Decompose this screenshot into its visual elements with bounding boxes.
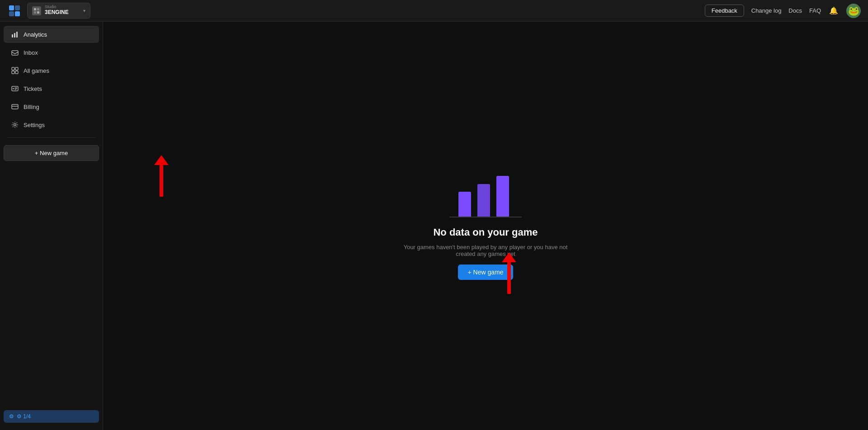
arrow-up-sidebar — [154, 155, 169, 165]
svg-rect-0 — [9, 5, 14, 10]
analytics-icon — [11, 30, 19, 38]
sidebar: Analytics Inbox All games — [0, 22, 103, 430]
svg-rect-6 — [34, 11, 36, 14]
svg-rect-5 — [37, 8, 39, 10]
sidebar-item-analytics[interactable]: Analytics — [4, 26, 99, 43]
bottom-badge-label: ⚙ 1/4 — [17, 413, 31, 420]
changelog-link[interactable]: Change log — [751, 7, 782, 14]
svg-rect-4 — [34, 8, 36, 10]
inbox-label: Inbox — [24, 49, 38, 56]
tickets-icon — [11, 85, 19, 93]
main-content: No data on your game Your games haven't … — [103, 22, 868, 430]
chart-bar-3 — [496, 176, 509, 217]
svg-rect-2 — [9, 11, 14, 16]
svg-rect-8 — [12, 34, 13, 38]
inbox-icon — [11, 48, 19, 57]
studio-selector[interactable]: Studio 3ENGINE ▾ — [27, 3, 90, 19]
svg-rect-21 — [12, 104, 18, 109]
header-left: Studio 3ENGINE ▾ — [7, 3, 90, 19]
analytics-label: Analytics — [24, 31, 47, 38]
svg-rect-1 — [15, 5, 20, 10]
bottom-badge[interactable]: ⚙ ⚙ 1/4 — [4, 410, 99, 423]
sidebar-item-settings[interactable]: Settings — [4, 116, 99, 133]
bottom-badge-icon: ⚙ — [9, 413, 14, 420]
avatar-emoji: 🐸 — [848, 6, 859, 15]
sidebar-item-inbox[interactable]: Inbox — [4, 44, 99, 61]
sidebar-item-tickets[interactable]: Tickets — [4, 80, 99, 97]
empty-state-subtitle: Your games haven't been played by any pl… — [395, 244, 576, 257]
faq-link[interactable]: FAQ — [809, 7, 821, 14]
studio-name: 3ENGINE — [45, 9, 80, 16]
svg-point-23 — [14, 124, 16, 126]
svg-rect-12 — [12, 67, 14, 70]
all-games-label: All games — [24, 67, 49, 74]
empty-state: No data on your game Your games haven't … — [395, 172, 576, 280]
chevron-down-icon: ▾ — [83, 8, 85, 13]
svg-rect-10 — [16, 32, 18, 38]
new-game-sidebar-button[interactable]: + New game — [4, 145, 99, 161]
billing-label: Billing — [24, 104, 39, 110]
svg-rect-15 — [15, 71, 18, 74]
billing-icon — [11, 103, 19, 111]
chart-illustration — [449, 172, 522, 217]
studio-info: Studio 3ENGINE — [45, 5, 80, 16]
new-game-center-button[interactable]: + New game — [458, 265, 514, 280]
svg-rect-7 — [37, 11, 39, 14]
svg-rect-14 — [12, 71, 14, 74]
sidebar-divider — [7, 137, 95, 138]
docs-link[interactable]: Docs — [788, 7, 802, 14]
empty-state-title: No data on your game — [433, 227, 538, 238]
games-icon — [11, 66, 19, 75]
avatar[interactable]: 🐸 — [846, 4, 861, 18]
svg-rect-3 — [15, 11, 20, 16]
sidebar-bottom: ⚙ ⚙ 1/4 — [0, 406, 103, 426]
header-right: Feedback Change log Docs FAQ 🔔 🐸 — [705, 4, 861, 18]
sidebar-item-billing[interactable]: Billing — [4, 98, 99, 115]
svg-rect-9 — [14, 33, 15, 38]
arrow-sidebar — [154, 155, 169, 197]
sidebar-item-all-games[interactable]: All games — [4, 62, 99, 79]
body: Analytics Inbox All games — [0, 22, 868, 430]
studio-label: Studio — [45, 5, 80, 9]
settings-icon — [11, 121, 19, 129]
svg-point-17 — [13, 88, 14, 90]
tickets-label: Tickets — [24, 85, 42, 92]
studio-icon — [32, 6, 41, 15]
arrow-shaft-sidebar — [160, 165, 163, 197]
chart-bar-1 — [458, 192, 471, 217]
chart-baseline — [449, 217, 522, 217]
settings-label: Settings — [24, 122, 45, 128]
chart-bar-2 — [477, 184, 490, 217]
logo-icon[interactable] — [7, 4, 22, 18]
notifications-icon[interactable]: 🔔 — [828, 5, 839, 16]
header: Studio 3ENGINE ▾ Feedback Change log Doc… — [0, 0, 868, 22]
svg-rect-13 — [15, 67, 18, 70]
feedback-button[interactable]: Feedback — [705, 5, 744, 17]
